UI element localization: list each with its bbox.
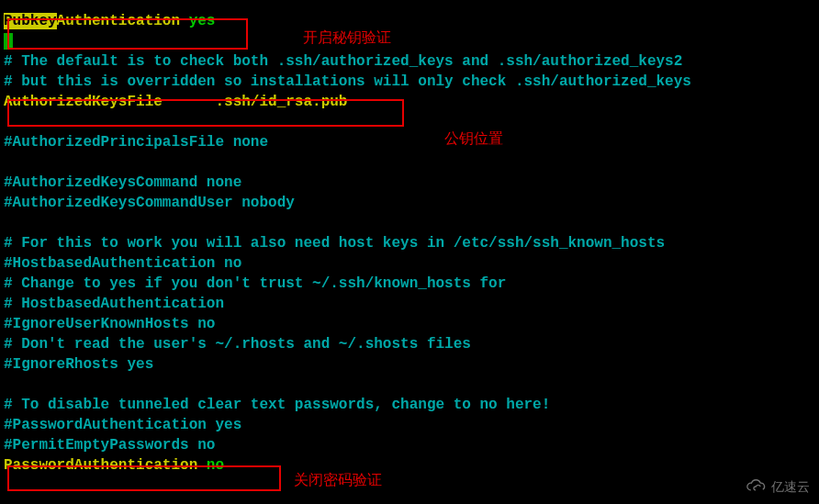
pa-val: no (207, 457, 224, 474)
config-line-pubkey[interactable]: PubkeyAuthentication yes (4, 11, 815, 31)
config-line-passwordauth[interactable]: PasswordAuthentication no (4, 455, 815, 476)
comment-line[interactable]: #HostbasedAuthentication no (4, 253, 815, 274)
blank-line[interactable] (4, 375, 815, 395)
akf-val: .ssh/id_rsa.pub (215, 94, 347, 110)
comment-line[interactable]: # Don't read the user's ~/.rhosts and ~/… (4, 334, 815, 354)
blank-line[interactable] (4, 152, 815, 173)
akf-key: AuthorizedKeysFile (4, 94, 163, 110)
comment-line[interactable]: # For this to work you will also need ho… (4, 233, 815, 253)
comment-line[interactable]: #AuthorizedKeysCommandUser nobody (4, 193, 815, 213)
cloud-icon (744, 478, 768, 495)
pa-key: PasswordAuthentication (4, 457, 207, 474)
pubkey-key: Pubkey (4, 13, 57, 29)
comment-line[interactable]: # Change to yes if you don't trust ~/.ss… (4, 274, 815, 294)
comment-line[interactable]: # To disable tunneled clear text passwor… (4, 395, 815, 415)
comment-line[interactable]: # The default is to check both .ssh/auth… (4, 51, 815, 72)
comment-line[interactable]: # HostbasedAuthentication (4, 294, 815, 314)
comment-line[interactable]: # but this is overridden so installation… (4, 72, 815, 92)
comment-line[interactable]: #AuthorizedPrincipalsFile none (4, 132, 815, 152)
gap (163, 94, 216, 110)
comment-line[interactable]: #IgnoreRhosts yes (4, 354, 815, 375)
comment-line[interactable]: #IgnoreUserKnownHosts no (4, 314, 815, 334)
config-line-authorizedkeysfile[interactable]: AuthorizedKeysFile .ssh/id_rsa.pub (4, 92, 815, 112)
comment-line[interactable]: #AuthorizedKeysCommand none (4, 173, 815, 193)
watermark: 亿速云 (744, 476, 810, 497)
blank-line[interactable] (4, 213, 815, 233)
watermark-text: 亿速云 (771, 476, 810, 497)
comment-line[interactable]: #PasswordAuthentication yes (4, 415, 815, 435)
pubkey-val: yes (189, 13, 216, 29)
blank-line[interactable] (4, 112, 815, 132)
comment-line[interactable]: #PermitEmptyPasswords no (4, 435, 815, 455)
cursor-icon (4, 33, 13, 50)
cursor-line[interactable] (4, 31, 815, 51)
pubkey-auth: Authentication (57, 13, 189, 29)
